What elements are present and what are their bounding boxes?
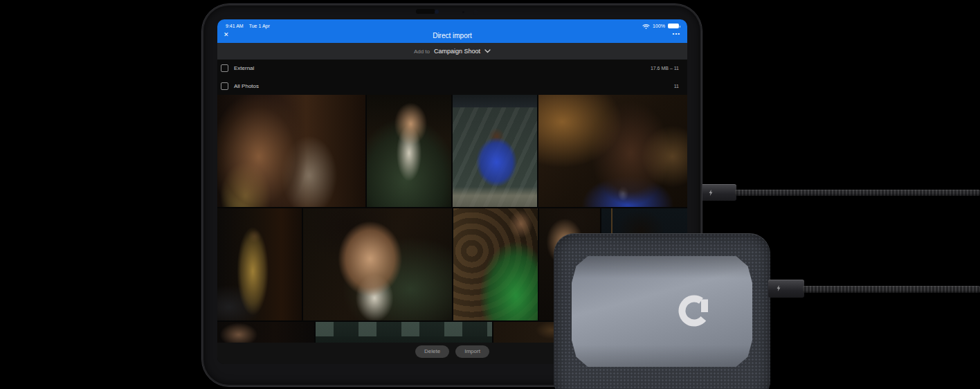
photo-thumbnail[interactable] bbox=[217, 322, 314, 343]
more-options-button[interactable]: ••• bbox=[673, 30, 680, 37]
usb-c-connector-drive bbox=[768, 280, 804, 298]
header-title-row: ✕ Direct import ••• bbox=[217, 29, 687, 43]
import-button[interactable]: Import bbox=[455, 345, 489, 358]
chevron-down-icon bbox=[484, 49, 491, 53]
source-label: All Photos bbox=[234, 83, 674, 89]
status-time-date: 9:41 AMTue 1 Apr bbox=[226, 24, 275, 28]
g-drive-logo-icon bbox=[676, 293, 712, 329]
thunderbolt-icon bbox=[709, 190, 713, 196]
photo-thumbnail[interactable] bbox=[538, 95, 687, 207]
drive-faceplate bbox=[572, 256, 752, 367]
all-photos-checkbox[interactable] bbox=[221, 82, 228, 90]
external-checkbox[interactable] bbox=[221, 64, 228, 72]
page-background: { "status_bar": { "time": "9:41 AM", "da… bbox=[0, 0, 980, 389]
sensor-dot-icon bbox=[462, 11, 464, 13]
status-bar: 9:41 AMTue 1 Apr 100% bbox=[217, 19, 687, 29]
external-ssd-drive bbox=[554, 233, 770, 389]
source-size-count: 17.6 MB – 11 bbox=[651, 66, 679, 71]
source-row-external[interactable]: External 17.6 MB – 11 bbox=[217, 60, 687, 77]
source-count: 11 bbox=[674, 84, 679, 89]
add-to-label: Add to bbox=[414, 48, 430, 55]
source-label: External bbox=[234, 65, 651, 71]
status-time: 9:41 AM bbox=[226, 24, 244, 28]
delete-button[interactable]: Delete bbox=[415, 345, 449, 358]
braided-cable-top bbox=[735, 190, 980, 196]
photo-thumbnail[interactable] bbox=[453, 208, 538, 320]
status-date: Tue 1 Apr bbox=[249, 24, 270, 28]
album-name: Campaign Shoot bbox=[434, 48, 480, 55]
photo-thumbnail[interactable] bbox=[367, 95, 451, 207]
app-header: 9:41 AMTue 1 Apr 100% ✕ Direct import ••… bbox=[217, 19, 687, 43]
sensor-lens-icon bbox=[473, 10, 478, 15]
wifi-icon bbox=[642, 24, 650, 29]
source-row-all-photos[interactable]: All Photos 11 bbox=[217, 77, 687, 95]
photo-thumbnail[interactable] bbox=[303, 208, 452, 320]
braided-cable-bottom bbox=[803, 286, 980, 293]
usb-c-connector-tablet bbox=[700, 184, 736, 201]
front-camera-pill bbox=[416, 9, 435, 14]
battery-full-icon bbox=[668, 24, 679, 28]
front-camera-icon bbox=[435, 10, 439, 14]
add-to-album-selector[interactable]: Add to Campaign Shoot bbox=[217, 43, 687, 60]
battery-percent: 100% bbox=[653, 24, 665, 28]
photo-thumbnail[interactable] bbox=[453, 95, 537, 207]
thunderbolt-icon bbox=[777, 285, 781, 291]
photo-thumbnail[interactable] bbox=[316, 322, 492, 343]
photo-thumbnail[interactable] bbox=[217, 95, 365, 207]
page-title: Direct import bbox=[217, 32, 687, 39]
grid-row-1 bbox=[217, 95, 687, 207]
photo-thumbnail[interactable] bbox=[217, 208, 302, 320]
